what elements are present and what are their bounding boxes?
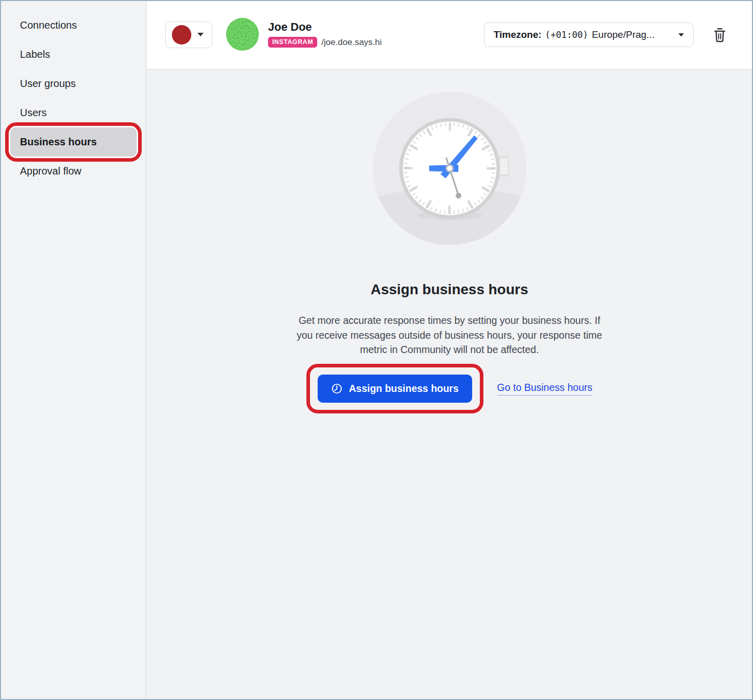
timezone-label: Timezone:: [494, 29, 542, 40]
trash-icon: [713, 27, 727, 43]
assign-button-label: Assign business hours: [349, 383, 459, 395]
business-hours-empty-state: Assign business hours Get more accurate …: [147, 70, 752, 699]
clock-illustration: [368, 86, 531, 250]
annotation-highlight-assign-button: Assign business hours: [306, 364, 483, 413]
timezone-region: Europe/Prag...: [592, 29, 655, 40]
cta-row: Assign business hours Go to Business hou…: [147, 364, 752, 413]
sidebar-item-label: Business hours: [20, 136, 97, 148]
settings-sidebar: Connections Labels User groups Users Bus…: [1, 1, 146, 699]
profile-avatar: [226, 18, 259, 51]
sidebar-item-user-groups[interactable]: User groups: [1, 69, 146, 98]
sidebar-item-labels[interactable]: Labels: [1, 40, 146, 69]
clock-icon: [331, 383, 343, 395]
profile-meta: Joe Doe INSTAGRAM /joe.doe.says.hi: [268, 20, 382, 48]
color-swatch-dropdown[interactable]: [165, 21, 212, 48]
sidebar-item-business-hours[interactable]: Business hours: [10, 127, 137, 157]
page-description: Get more accurate response times by sett…: [291, 313, 608, 357]
sidebar-item-label: Labels: [20, 49, 50, 60]
delete-connection-button[interactable]: [711, 26, 728, 44]
go-to-business-hours-link[interactable]: Go to Business hours: [497, 382, 592, 396]
sidebar-item-label: User groups: [20, 78, 76, 90]
chevron-down-icon: [197, 33, 204, 37]
sidebar-item-label: Approval flow: [20, 165, 81, 177]
annotation-highlight-business-hours: Business hours: [5, 122, 142, 162]
sidebar-item-connections[interactable]: Connections: [1, 11, 146, 40]
chevron-down-icon: [678, 33, 684, 37]
page-title: Assign business hours: [147, 281, 752, 298]
color-swatch-red-circle: [172, 25, 191, 45]
timezone-select[interactable]: Timezone: (+01:00) Europe/Prag...: [484, 23, 694, 47]
assign-business-hours-button[interactable]: Assign business hours: [318, 375, 472, 403]
profile-handle: /joe.doe.says.hi: [321, 37, 382, 48]
connection-header: Joe Doe INSTAGRAM /joe.doe.says.hi Timez…: [147, 1, 752, 70]
platform-badge: INSTAGRAM: [268, 37, 317, 48]
sidebar-item-label: Connections: [20, 19, 77, 31]
sidebar-item-label: Users: [20, 107, 47, 119]
timezone-offset: (+01:00): [545, 30, 588, 40]
profile-name: Joe Doe: [268, 20, 382, 34]
